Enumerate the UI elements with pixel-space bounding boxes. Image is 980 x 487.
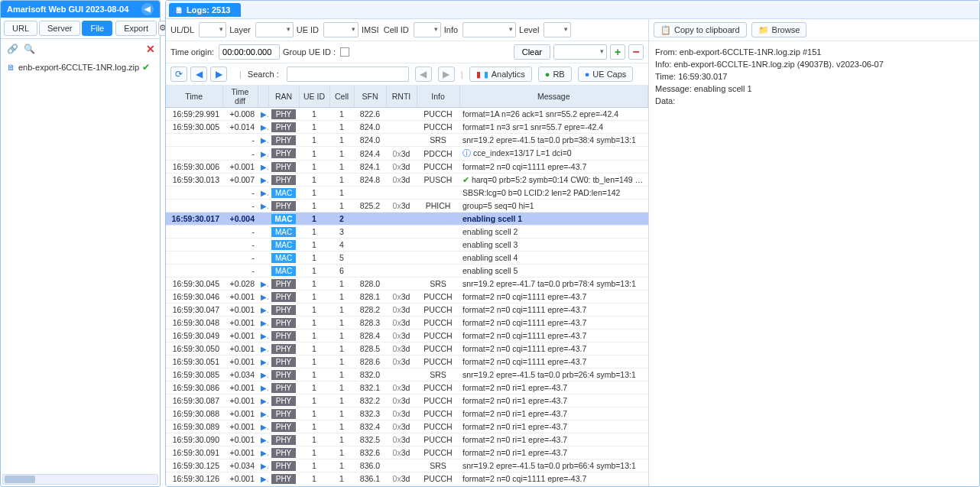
col-header[interactable]: Time: [166, 86, 222, 108]
time-origin-input[interactable]: [219, 44, 280, 60]
collapse-sidebar-icon[interactable]: ◀: [141, 3, 154, 15]
table-row[interactable]: 16:59:30.127+0.001▶PHY11836.20x3dPUCCHfo…: [166, 485, 648, 487]
col-header[interactable]: RNTI: [386, 86, 417, 108]
detail-line: From: enb-export-6CCLTE-1NR.log.zip #151: [655, 46, 973, 58]
table-row[interactable]: 16:59:30.006+0.001▶PHY11824.10x3dPUCCHfo…: [166, 161, 648, 174]
log-table: TimeTime diffRANUE IDCellSFNRNTIInfoMess…: [166, 86, 648, 486]
arrow-right-icon: ▶: [261, 122, 268, 131]
arrow-right-icon: ▶: [261, 109, 268, 119]
level-combo[interactable]: [544, 22, 571, 37]
clear-button[interactable]: Clear: [514, 44, 550, 60]
ran-badge: PHY: [271, 148, 296, 158]
arrow-right-icon: ▶: [261, 149, 268, 158]
tab-url[interactable]: URL: [4, 21, 37, 36]
copy-clipboard-button[interactable]: 📋Copy to clipboard: [654, 22, 747, 37]
col-header[interactable]: Info: [417, 86, 459, 108]
app-title: Amarisoft Web GUI 2023-08-04: [7, 1, 128, 18]
tab-file[interactable]: File: [82, 21, 112, 36]
uecaps-button[interactable]: ●UE Caps: [578, 67, 634, 82]
add-filter-icon[interactable]: +: [610, 44, 625, 60]
refresh-icon[interactable]: ⟳: [170, 67, 187, 82]
table-row[interactable]: 16:59:30.089+0.001▶PHY11832.40x3dPUCCHfo…: [166, 420, 648, 433]
col-header[interactable]: Message: [459, 86, 648, 108]
search-next-icon[interactable]: ▶: [438, 67, 455, 82]
arrow-right-icon: ▶: [261, 188, 268, 197]
table-row[interactable]: 16:59:30.017+0.004MAC12enabling scell 1: [166, 213, 648, 226]
table-row[interactable]: -MAC13enabling scell 2: [166, 226, 648, 239]
arrow-right-icon: ▶: [261, 422, 268, 431]
filter-row-2: Time origin: Group UE ID : Clear + −: [166, 41, 648, 63]
search-input[interactable]: [287, 67, 409, 82]
link-icon[interactable]: 🔗: [5, 42, 19, 56]
table-row[interactable]: 16:59:30.125+0.034▶PHY11836.0SRSsnr=19.2…: [166, 459, 648, 472]
ran-badge: PHY: [271, 370, 296, 380]
rb-button[interactable]: ●RB: [538, 67, 572, 82]
table-row[interactable]: 16:59:30.126+0.001▶PHY11836.10x3dPUCCHfo…: [166, 472, 648, 485]
tab-logs[interactable]: 🗎 Logs: 2513: [169, 3, 241, 17]
prev-icon[interactable]: ◀: [190, 67, 207, 82]
arrow-right-icon: ▶: [261, 162, 268, 171]
search-icon[interactable]: 🔍: [22, 42, 36, 56]
ran-badge: PHY: [271, 448, 296, 458]
arrow-right-icon: ▶: [261, 318, 268, 327]
col-header[interactable]: [258, 86, 268, 108]
table-row[interactable]: 16:59:30.050+0.001▶PHY11828.50x3dPUCCHfo…: [166, 343, 648, 356]
table-row[interactable]: 16:59:30.086+0.001▶PHY11832.10x3dPUCCHfo…: [166, 381, 648, 394]
info-icon: ⓘ: [462, 148, 471, 157]
sidebar-hscroll[interactable]: [2, 474, 158, 485]
table-row[interactable]: 16:59:30.090+0.001▶PHY11832.50x3dPUCCHfo…: [166, 433, 648, 446]
col-header[interactable]: RAN: [268, 86, 299, 108]
table-row[interactable]: 16:59:30.048+0.001▶PHY11828.30x3dPUCCHfo…: [166, 317, 648, 330]
next-icon[interactable]: ▶: [210, 67, 227, 82]
table-row[interactable]: 16:59:30.047+0.001▶PHY11828.20x3dPUCCHfo…: [166, 304, 648, 317]
close-icon[interactable]: ✕: [146, 43, 155, 55]
uldl-combo[interactable]: [199, 22, 226, 37]
log-table-wrap: TimeTime diffRANUE IDCellSFNRNTIInfoMess…: [166, 86, 648, 486]
sidebar: Amarisoft Web GUI 2023-08-04 ◀ URL Serve…: [0, 0, 161, 487]
ran-badge: MAC: [271, 253, 296, 263]
search-prev-icon[interactable]: ◀: [415, 67, 432, 82]
cellid-combo[interactable]: [414, 22, 441, 37]
table-row[interactable]: -MAC14enabling scell 3: [166, 239, 648, 252]
ueid-combo[interactable]: [323, 22, 359, 37]
arrow-right-icon: ▶: [261, 474, 268, 483]
table-row[interactable]: 16:59:30.085+0.034▶PHY11832.0SRSsnr=19.2…: [166, 368, 648, 381]
col-header[interactable]: UE ID: [299, 86, 329, 108]
arrow-right-icon: ▶: [261, 409, 268, 418]
nav-search-row: ⟳ ◀ ▶ | Search : ◀ ▶ | ▮▮Analytics ●RB ●…: [166, 63, 648, 86]
layer-combo[interactable]: [255, 22, 294, 37]
info-combo[interactable]: [462, 22, 516, 37]
table-row[interactable]: 16:59:30.049+0.001▶PHY11828.40x3dPUCCHfo…: [166, 330, 648, 343]
arrow-right-icon: ▶: [261, 305, 268, 314]
table-row[interactable]: 16:59:30.005+0.014▶PHY11824.0PUCCHformat…: [166, 121, 648, 134]
tab-server[interactable]: Server: [39, 21, 80, 36]
table-row[interactable]: 16:59:30.088+0.001▶PHY11832.30x3dPUCCHfo…: [166, 407, 648, 420]
table-row[interactable]: 16:59:30.045+0.028▶PHY11828.0SRSsnr=19.2…: [166, 278, 648, 291]
ran-badge: PHY: [271, 331, 296, 341]
detail-line: Time: 16:59:30.017: [655, 70, 973, 83]
analytics-button[interactable]: ▮▮Analytics: [469, 67, 532, 82]
file-entry[interactable]: 🗎 enb-export-6CCLTE-1NR.log.zip ✔: [1, 59, 160, 76]
browse-button[interactable]: 📁Browse: [751, 22, 807, 37]
table-row[interactable]: 16:59:30.087+0.001▶PHY11832.20x3dPUCCHfo…: [166, 394, 648, 407]
clear-combo[interactable]: [553, 44, 607, 60]
table-row[interactable]: 16:59:30.091+0.001▶PHY11832.60x3dPUCCHfo…: [166, 446, 648, 459]
ok-icon: ✔: [462, 175, 469, 184]
col-header[interactable]: Time diff: [222, 86, 258, 108]
table-row[interactable]: -MAC15enabling scell 4: [166, 252, 648, 265]
table-row[interactable]: -▶PHY11825.20x3dPHICHgroup=5 seq=0 hi=1: [166, 200, 648, 213]
table-row[interactable]: 16:59:30.051+0.001▶PHY11828.60x3dPUCCHfo…: [166, 356, 648, 368]
arrow-right-icon: ▶: [261, 448, 268, 457]
table-row[interactable]: 16:59:30.046+0.001▶PHY11828.10x3dPUCCHfo…: [166, 291, 648, 304]
table-row[interactable]: -MAC16enabling scell 5: [166, 265, 648, 278]
remove-filter-icon[interactable]: −: [628, 44, 644, 60]
export-button[interactable]: Export: [115, 21, 157, 36]
group-ueid-checkbox[interactable]: [340, 47, 349, 57]
table-row[interactable]: 16:59:30.013+0.007▶PHY11824.80x3dPUSCH✔ …: [166, 174, 648, 187]
table-row[interactable]: 16:59:29.991+0.008▶PHY11822.6PUCCHformat…: [166, 108, 648, 121]
table-row[interactable]: -▶MAC11SBSR:lcg=0 b=0 LCID:2 len=2 PAD:l…: [166, 187, 648, 200]
col-header[interactable]: Cell: [329, 86, 354, 108]
table-row[interactable]: -▶PHY11824.0SRSsnr=19.2 epre=-41.5 ta=0.…: [166, 134, 648, 147]
col-header[interactable]: SFN: [354, 86, 386, 108]
table-row[interactable]: -▶PHY11824.40x3dPDCCHⓘ cce_index=13/17 L…: [166, 147, 648, 161]
